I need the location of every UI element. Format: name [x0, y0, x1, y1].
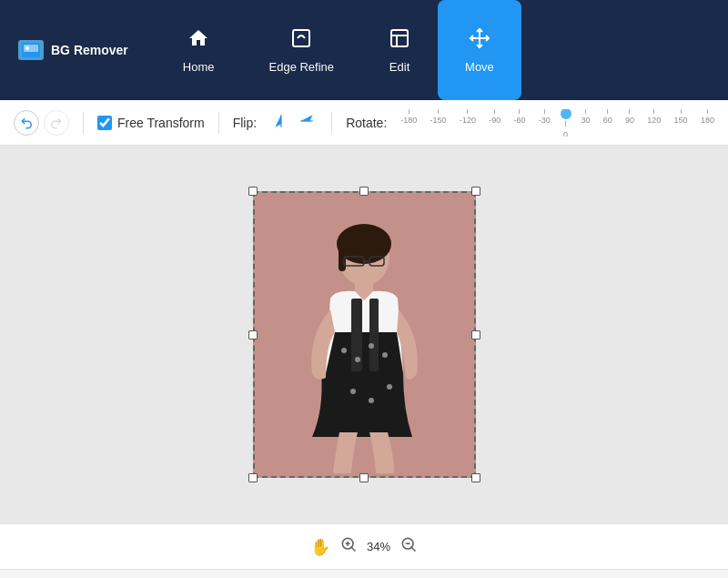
svg-point-2	[25, 46, 29, 50]
flip-horizontal-button[interactable]	[270, 110, 292, 135]
svg-marker-7	[275, 115, 281, 127]
handle-right-middle[interactable]	[471, 330, 480, 340]
edit-icon	[389, 27, 410, 53]
image-container[interactable]	[253, 191, 476, 478]
svg-point-24	[382, 352, 388, 358]
flip-buttons	[270, 110, 318, 135]
canvas-area[interactable]	[0, 146, 728, 523]
rotate-tick: -120	[460, 109, 476, 125]
toolbar-divider-1	[83, 112, 84, 134]
free-transform-toggle[interactable]: Free Transform	[97, 116, 205, 130]
svg-point-25	[350, 389, 356, 394]
image-preview	[253, 191, 476, 478]
nav-item-edge-refine[interactable]: Edge Refine	[242, 0, 362, 100]
handle-bottom-middle[interactable]	[359, 473, 369, 482]
nav-item-home[interactable]: Home	[156, 0, 242, 100]
rotate-tick: 180	[701, 109, 714, 125]
zoom-in-icon[interactable]	[339, 535, 358, 558]
svg-point-23	[369, 343, 374, 349]
footer: New Image Download	[0, 569, 728, 578]
rotate-tick: 120	[647, 109, 661, 125]
handle-top-left[interactable]	[248, 187, 258, 196]
rotate-tick: -180	[400, 109, 417, 125]
rotate-tick-zero: 0	[563, 109, 568, 137]
app-logo: BG Remover	[18, 40, 128, 60]
zoom-level: 34%	[367, 540, 390, 553]
undo-button[interactable]	[14, 110, 39, 136]
handle-top-right[interactable]	[471, 187, 480, 196]
rotate-tick: -60	[513, 109, 525, 125]
app-title: BG Remover	[51, 43, 128, 57]
rotate-label: Rotate:	[346, 116, 387, 130]
rotate-tick: 90	[625, 109, 634, 125]
nav-label-move: Move	[465, 60, 494, 74]
svg-rect-3	[293, 30, 309, 46]
handle-bottom-right[interactable]	[471, 473, 480, 482]
toolbar-nav	[14, 110, 69, 136]
toolbar: Free Transform Flip: Rotate: -180 -150 -…	[0, 100, 728, 146]
zoom-out-icon[interactable]	[399, 535, 418, 558]
toolbar-divider-3	[331, 112, 332, 134]
header: BG Remover Home Edge Refine	[0, 0, 728, 100]
nav-label-edit: Edit	[389, 60, 410, 74]
svg-marker-9	[300, 115, 312, 121]
flip-label: Flip:	[233, 116, 257, 130]
bottom-bar: ✋ 34%	[0, 523, 728, 569]
rotate-indicator	[561, 109, 571, 119]
drag-icon[interactable]: ✋	[310, 537, 330, 557]
svg-rect-20	[369, 299, 379, 371]
svg-point-21	[341, 348, 347, 353]
toolbar-divider-2	[218, 112, 219, 134]
edge-refine-icon	[290, 27, 312, 53]
rotate-tick: 150	[674, 109, 688, 125]
free-transform-label: Free Transform	[117, 116, 205, 130]
rotate-tick: -30	[539, 109, 551, 125]
app-logo-icon	[18, 40, 44, 60]
rotate-tick: -150	[430, 109, 447, 125]
nav-item-move[interactable]: Move	[438, 0, 521, 100]
free-transform-checkbox[interactable]	[97, 116, 112, 130]
svg-line-29	[350, 547, 355, 552]
zoom-controls: ✋ 34%	[310, 535, 418, 558]
svg-point-26	[369, 398, 374, 403]
flip-vertical-button[interactable]	[296, 110, 318, 135]
nav-item-edit[interactable]: Edit	[361, 0, 438, 100]
handle-top-middle[interactable]	[359, 187, 369, 196]
rotate-tick: -90	[489, 109, 500, 125]
redo-button[interactable]	[44, 110, 69, 136]
handle-bottom-left[interactable]	[248, 473, 258, 482]
rotate-tick: 30	[581, 109, 590, 125]
move-icon	[469, 27, 490, 53]
nav-label-edge-refine: Edge Refine	[269, 60, 335, 74]
handle-left-middle[interactable]	[248, 330, 258, 340]
svg-point-27	[387, 384, 392, 390]
svg-rect-4	[391, 30, 408, 46]
rotate-ruler[interactable]: -180 -150 -120 -90 -60 -30 0 30 60 90 12…	[400, 109, 714, 137]
nav-items: Home Edge Refine Edit	[156, 0, 710, 100]
rotate-tick: 60	[603, 109, 612, 125]
svg-point-22	[355, 357, 360, 362]
nav-label-home: Home	[183, 60, 215, 74]
svg-line-33	[411, 547, 416, 552]
home-icon	[187, 27, 209, 53]
rotate-tick-container: -180 -150 -120 -90 -60 -30 0 30 60 90 12…	[400, 109, 714, 137]
